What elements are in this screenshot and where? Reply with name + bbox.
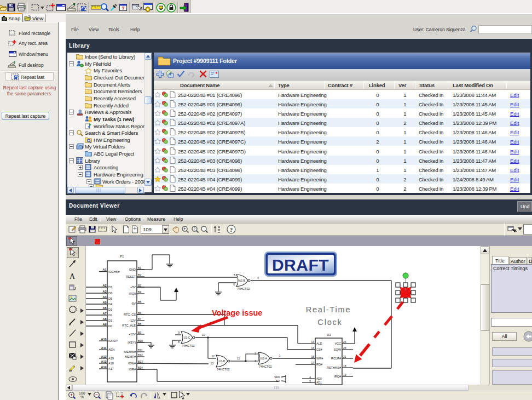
svg-text:-12V: -12V — [129, 319, 136, 322]
svg-text:A5: A5 — [102, 301, 106, 304]
svg-text:MEMW#: MEMW# — [124, 350, 136, 353]
svg-text:23: 23 — [343, 346, 346, 350]
svg-text:SQW: SQW — [334, 348, 342, 351]
svg-text:D4: D4 — [108, 302, 112, 306]
svg-text:RESET: RESET — [126, 275, 136, 278]
svg-text:MEMR#: MEMR# — [125, 355, 136, 358]
svg-text:AD1: AD1 — [316, 381, 322, 384]
svg-text:6: 6 — [233, 283, 235, 286]
svg-text:U1-D: U1-D — [219, 360, 225, 363]
svg-text:D3: D3 — [108, 308, 112, 311]
svg-text:A4: A4 — [102, 295, 107, 299]
svg-text:B8: B8 — [138, 322, 141, 325]
svg-text:A9: A9 — [102, 323, 106, 326]
svg-text:D5: D5 — [108, 297, 112, 300]
svg-text:RTC_CS: RTC_CS — [124, 313, 136, 316]
svg-text:IRQ9: IRQ9 — [129, 292, 136, 295]
svg-text:13: 13 — [311, 346, 314, 350]
svg-text:U1-A: U1-A — [261, 357, 268, 360]
svg-text:14: 14 — [311, 340, 314, 344]
svg-text:Clock: Clock — [317, 318, 342, 327]
svg-text:A13: A13 — [101, 360, 106, 363]
svg-text:D1: D1 — [108, 319, 112, 322]
svg-text:IOW#: IOW# — [128, 362, 136, 365]
svg-text:IRQ#: IRQ# — [334, 375, 342, 378]
svg-text:5: 5 — [234, 273, 235, 277]
svg-text:D6: D6 — [108, 292, 112, 295]
svg-text:B4: B4 — [138, 290, 141, 294]
svg-text:10: 10 — [202, 333, 205, 336]
svg-text:A7: A7 — [102, 312, 106, 315]
svg-text:+12V: +12V — [129, 333, 136, 336]
svg-text:D7: D7 — [108, 285, 112, 289]
svg-text:B13: B13 — [138, 360, 143, 363]
svg-text:RTC_ALE: RTC_ALE — [122, 324, 136, 327]
svg-text:SDO: SDO — [274, 375, 280, 379]
svg-text:U1-B: U1-B — [239, 279, 245, 282]
svg-text:(KEY): (KEY) — [128, 341, 136, 344]
svg-text:D2: D2 — [108, 313, 112, 317]
svg-text:A8: A8 — [102, 317, 106, 321]
svg-text:74HCT02: 74HCT02 — [182, 344, 195, 347]
svg-text:A18: A18 — [108, 362, 114, 365]
svg-text:+5V: +5V — [130, 285, 136, 289]
svg-text:11: 11 — [237, 357, 240, 360]
svg-text:74HCT02: 74HCT02 — [259, 365, 272, 368]
svg-text:4: 4 — [257, 276, 259, 279]
svg-text:?: ? — [230, 226, 233, 233]
svg-text:RST#/KS#: RST#/KS# — [327, 366, 342, 369]
svg-text:21: 21 — [343, 355, 346, 358]
svg-text:12: 12 — [211, 355, 215, 358]
svg-text:B14: B14 — [138, 366, 143, 369]
svg-text:DRAFT: DRAFT — [272, 256, 329, 274]
svg-text:B12: B12 — [138, 353, 143, 357]
svg-text:A19: A19 — [108, 357, 114, 360]
svg-text:17: 17 — [311, 361, 314, 364]
svg-text:1: 1 — [279, 354, 281, 357]
svg-text:VCC: VCC — [334, 342, 341, 345]
svg-text:A14: A14 — [101, 365, 107, 369]
svg-text:RD#: RD# — [316, 363, 323, 366]
svg-text:U1-C: U1-C — [184, 336, 190, 339]
svg-text:B6: B6 — [138, 311, 141, 315]
svg-text:A: A — [70, 272, 76, 281]
svg-text:A2: A2 — [102, 284, 106, 287]
svg-text:D0: D0 — [108, 324, 112, 328]
svg-text:A17: A17 — [108, 367, 114, 370]
svg-text:A11: A11 — [101, 346, 107, 350]
svg-text:B9: B9 — [138, 331, 141, 334]
svg-text:3: 3 — [255, 359, 256, 363]
svg-text:19: 19 — [343, 373, 346, 376]
svg-text:AEN: AEN — [108, 348, 114, 351]
svg-text:A10: A10 — [101, 338, 106, 341]
svg-text:9: 9 — [178, 331, 180, 334]
svg-text:B1: B1 — [138, 266, 141, 270]
svg-text:B5: B5 — [138, 300, 141, 304]
svg-text:CS#: CS# — [316, 348, 323, 351]
svg-text:A1: A1 — [102, 268, 106, 271]
svg-text:A3: A3 — [102, 290, 106, 293]
svg-text:Voltage issue: Voltage issue — [212, 308, 262, 317]
svg-text:B7: B7 — [138, 317, 141, 321]
svg-text:B11: B11 — [138, 348, 143, 352]
svg-text:24: 24 — [343, 340, 346, 344]
svg-text:IORDY: IORDY — [108, 339, 118, 342]
svg-text:WR#: WR# — [316, 357, 323, 360]
svg-text:?: ? — [122, 5, 125, 11]
svg-text:RCLR#: RCLR# — [331, 357, 342, 360]
svg-text:AD0: AD0 — [316, 377, 322, 380]
svg-text:15: 15 — [311, 355, 314, 358]
svg-text:74HCT02: 74HCT02 — [237, 287, 250, 290]
svg-text:A12: A12 — [101, 355, 106, 358]
svg-text:74HCT02: 74HCT02 — [217, 368, 230, 371]
svg-text:8: 8 — [178, 340, 180, 344]
svg-text:ALE: ALE — [316, 342, 322, 345]
svg-text:IOR#: IOR# — [129, 368, 136, 371]
svg-text:A6: A6 — [102, 306, 106, 310]
svg-text:2: 2 — [255, 352, 256, 355]
svg-text:IOCHK#: IOCHK# — [108, 270, 120, 273]
svg-text:18: 18 — [343, 364, 346, 368]
svg-text:Real-Time: Real-Time — [306, 305, 351, 314]
svg-text:SDI: SDI — [276, 379, 280, 382]
svg-text:P1: P1 — [120, 255, 124, 258]
